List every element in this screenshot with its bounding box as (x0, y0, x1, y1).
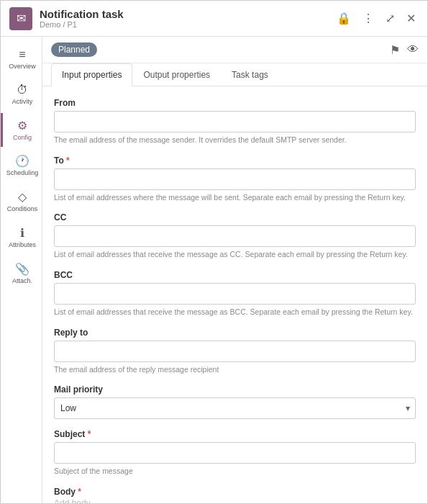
app-icon: ✉ (9, 7, 32, 30)
tab-input-properties[interactable]: Input properties (51, 63, 132, 86)
attributes-icon: ℹ (20, 226, 24, 240)
sidebar-item-label-attach: Attach. (12, 277, 32, 285)
content-area: Planned ⚑ 👁 Input properties Output prop… (42, 37, 427, 503)
to-label: To * (54, 156, 416, 166)
cc-hint: List of email addresses that receive the… (54, 249, 416, 260)
subject-label: Subject * (54, 429, 416, 439)
mail-priority-label: Mail priority (54, 384, 416, 395)
subject-hint: Subject of the message (54, 466, 416, 477)
sidebar-item-attach[interactable]: 📎 Attach. (1, 256, 42, 291)
sidebar-item-label-overview: Overview (9, 63, 36, 71)
expand-icon[interactable]: ⤢ (383, 10, 398, 27)
title-bar-actions: 🔒 ⋮ ⤢ ✕ (334, 10, 419, 27)
from-field-group: From The email address of the message se… (54, 98, 416, 145)
body-field-group: Body * Add body (54, 487, 416, 503)
close-icon[interactable]: ✕ (404, 10, 419, 27)
tab-bar: Input properties Output properties Task … (42, 63, 427, 86)
status-badge: Planned (51, 42, 97, 57)
activity-icon: ⏱ (17, 84, 28, 96)
main-layout: ≡ Overview ⏱ Activity ⚙ Config 🕐 Schedul… (1, 37, 427, 503)
subject-input[interactable] (54, 442, 416, 464)
more-icon[interactable]: ⋮ (360, 10, 377, 27)
body-add-placeholder[interactable]: Add body (54, 498, 416, 503)
scheduling-icon: 🕐 (15, 154, 29, 168)
sidebar-item-activity[interactable]: ⏱ Activity (1, 78, 42, 112)
from-hint: The email address of the message sender.… (54, 135, 416, 145)
bcc-hint: List of email addresses that receive the… (54, 307, 416, 318)
to-field-group: To * List of email addresses where the m… (54, 156, 416, 203)
sidebar-item-label-conditions: Conditions (7, 205, 38, 213)
reply-to-hint: The email address of the reply message r… (54, 364, 416, 375)
cc-field-group: CC List of email addresses that receive … (54, 212, 416, 260)
title-bar: ✉ Notification task Demo / P1 🔒 ⋮ ⤢ ✕ (1, 1, 427, 37)
to-input[interactable] (54, 168, 416, 190)
status-bar: Planned ⚑ 👁 (42, 37, 427, 63)
sidebar-item-config[interactable]: ⚙ Config (1, 113, 42, 148)
sidebar-item-label-scheduling: Scheduling (6, 169, 39, 177)
overview-icon: ≡ (19, 48, 25, 61)
mail-priority-field-group: Mail priority Low Normal High (54, 384, 416, 419)
sidebar-item-scheduling[interactable]: 🕐 Scheduling (1, 148, 42, 183)
window-subtitle: Demo / P1 (40, 20, 334, 29)
mail-priority-select-wrapper: Low Normal High (54, 397, 416, 419)
title-text: Notification task Demo / P1 (40, 8, 334, 29)
reply-to-label: Reply to (54, 328, 416, 338)
attach-icon: 📎 (15, 262, 29, 276)
main-window: ✉ Notification task Demo / P1 🔒 ⋮ ⤢ ✕ ≡ … (0, 0, 428, 504)
reply-to-input[interactable] (54, 341, 416, 362)
body-label: Body * (54, 487, 416, 497)
bcc-field-group: BCC List of email addresses that receive… (54, 270, 416, 318)
flag-icon[interactable]: ⚑ (390, 43, 400, 57)
tab-output-properties[interactable]: Output properties (132, 63, 221, 86)
sidebar-item-attributes[interactable]: ℹ Attributes (1, 220, 42, 255)
from-input[interactable] (54, 111, 416, 132)
conditions-icon: ◇ (18, 190, 27, 204)
lock-icon[interactable]: 🔒 (334, 10, 354, 27)
eye-icon[interactable]: 👁 (407, 43, 419, 57)
reply-to-field-group: Reply to The email address of the reply … (54, 328, 416, 375)
mail-priority-select[interactable]: Low Normal High (54, 397, 416, 419)
window-title: Notification task (40, 8, 334, 20)
status-bar-icons: ⚑ 👁 (390, 43, 419, 57)
tab-task-tags[interactable]: Task tags (221, 63, 279, 86)
cc-input[interactable] (54, 225, 416, 247)
sidebar-item-overview[interactable]: ≡ Overview (1, 42, 42, 76)
sidebar-item-conditions[interactable]: ◇ Conditions (1, 184, 42, 219)
cc-label: CC (54, 212, 416, 222)
form-area: From The email address of the message se… (42, 86, 427, 503)
to-hint: List of email addresses where the messag… (54, 192, 416, 203)
subject-field-group: Subject * Subject of the message (54, 429, 416, 477)
sidebar-item-label-config: Config (13, 134, 32, 142)
sidebar-item-label-attributes: Attributes (9, 241, 36, 249)
bcc-label: BCC (54, 270, 416, 280)
sidebar-item-label-activity: Activity (12, 98, 33, 106)
bcc-input[interactable] (54, 283, 416, 305)
config-icon: ⚙ (17, 119, 27, 132)
from-label: From (54, 98, 416, 108)
sidebar: ≡ Overview ⏱ Activity ⚙ Config 🕐 Schedul… (1, 37, 42, 503)
